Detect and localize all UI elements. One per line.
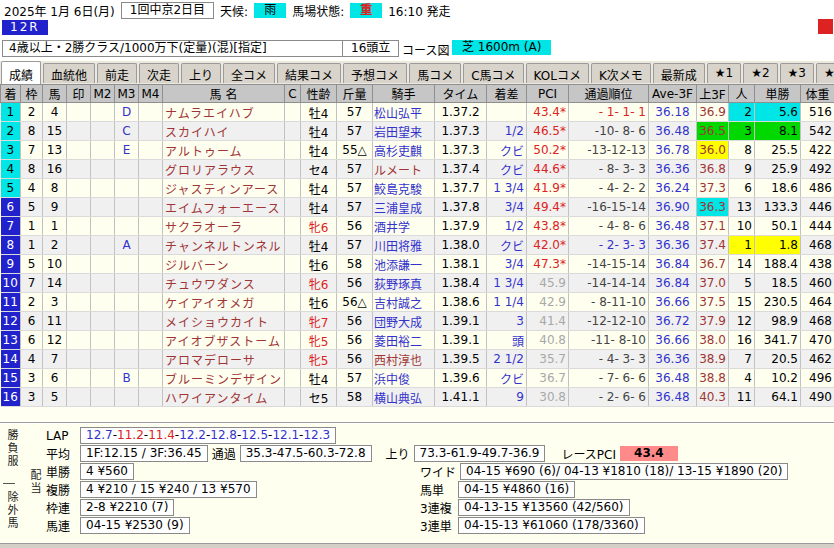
result-row-16[interactable]: 1635ハワイアンタイムセ558横山典弘1.41.1930.8- 2- 6- 6…	[1, 388, 834, 407]
cell-weight: 486	[801, 179, 834, 198]
col-header-12[interactable]: 騎手	[373, 85, 435, 103]
cell-m3	[115, 388, 139, 407]
cell-odds: 5.6	[755, 103, 801, 122]
cell-last3f: 36.5	[697, 122, 729, 141]
cell-ave3f: 36.36	[649, 236, 697, 255]
result-row-15[interactable]: 1536Bブルーミンデザイン牡457浜中俊1.39.6クビ36.7- 7- 6-…	[1, 369, 834, 388]
cell-fin: 10	[1, 274, 21, 293]
col-header-19[interactable]: 人	[729, 85, 755, 103]
tab-11[interactable]: KOLコメ	[526, 63, 589, 83]
result-row-12[interactable]: 12611メイショウカイト牝756団野大成1.39.1341.4-12-12-1…	[1, 312, 834, 331]
result-row-2[interactable]: 2815Cスカイハイ牡457岩田望来1.37.31/246.5*-10- 8- …	[1, 122, 834, 141]
result-row-14[interactable]: 1447アロマデローサ牝556西村淳也1.39.52 1/235.7- 4- 3…	[1, 350, 834, 369]
cell-fin: 15	[1, 369, 21, 388]
col-header-11[interactable]: 斤量	[337, 85, 373, 103]
cell-jockey: 吉村誠之	[373, 293, 435, 312]
tab-8[interactable]: 予想コメ	[343, 63, 407, 83]
payout-label: 枠連	[46, 499, 76, 516]
tab-16[interactable]: ★3	[780, 63, 814, 83]
col-header-15[interactable]: PCI	[527, 85, 569, 103]
cell-name: ジルバーン	[163, 255, 285, 274]
col-header-16[interactable]: 通過順位	[569, 85, 649, 103]
tab-10[interactable]: C馬コメ	[463, 63, 523, 83]
col-header-9[interactable]: C	[285, 85, 301, 103]
cell-waku: 6	[21, 312, 43, 331]
payout-value-box: 04-15-13 ¥61060 (178/3360)	[458, 517, 645, 534]
cell-m2	[91, 122, 115, 141]
cell-load: 57	[337, 160, 373, 179]
cell-m2	[91, 312, 115, 331]
tab-17[interactable]: ★4	[816, 63, 834, 83]
cell-weight: 438	[801, 255, 834, 274]
cell-time: 1.38.0	[435, 236, 487, 255]
col-header-14[interactable]: 着差	[487, 85, 527, 103]
cell-last3f: 37.1	[697, 217, 729, 236]
cell-time: 1.37.8	[435, 198, 487, 217]
col-header-13[interactable]: タイム	[435, 85, 487, 103]
col-header-2[interactable]: 枠	[21, 85, 43, 103]
col-header-17[interactable]: Ave-3F	[649, 85, 697, 103]
cell-last3f: 36.7	[697, 255, 729, 274]
tab-5[interactable]: 上り	[181, 63, 221, 83]
course-badge: 芝 1600m (A)	[452, 40, 551, 55]
tab-15[interactable]: ★2	[743, 63, 777, 83]
tab-6[interactable]: 全コメ	[223, 63, 275, 83]
cell-mark	[67, 274, 91, 293]
result-row-1[interactable]: 124Dナムラエイハブ牡457松山弘平1.37.243.4*- 1- 1- 13…	[1, 103, 834, 122]
tab-13[interactable]: 最新成	[653, 63, 705, 83]
cell-uma: 16	[43, 160, 67, 179]
col-header-18[interactable]: 上3F	[697, 85, 729, 103]
col-header-20[interactable]: 単勝	[755, 85, 801, 103]
tab-7[interactable]: 結果コメ	[277, 63, 341, 83]
col-header-6[interactable]: M3	[115, 85, 139, 103]
cell-ave3f: 36.84	[649, 255, 697, 274]
result-row-13[interactable]: 13612アイオブザストーム牝556菱田裕二1.39.1頭40.8-11- 8-…	[1, 331, 834, 350]
cell-uma: 5	[43, 388, 67, 407]
result-row-5[interactable]: 548ジャスティンアース牡457鮫島克駿1.37.71 3/441.9*- 4-…	[1, 179, 834, 198]
cell-name: アロマデローサ	[163, 350, 285, 369]
col-header-4[interactable]: 印	[67, 85, 91, 103]
cell-fin: 14	[1, 350, 21, 369]
payout-row-ワイド: ワイド04-15 ¥690 (6)/ 04-13 ¥1810 (18)/ 13-…	[420, 463, 788, 480]
cell-mark	[67, 312, 91, 331]
col-header-1[interactable]: 着	[1, 85, 21, 103]
payout-vertical-label[interactable]: 配当	[26, 469, 42, 495]
excluded-horse-vertical-tab[interactable]: 除外馬	[3, 491, 19, 530]
course-map-link[interactable]: コース図	[402, 41, 449, 58]
tab-3[interactable]: 前走	[97, 63, 137, 83]
cell-time: 1.37.2	[435, 103, 487, 122]
col-header-5[interactable]: M2	[91, 85, 115, 103]
result-row-9[interactable]: 9510ジルバーン牡658池添謙一1.38.13/447.3*-14-15-14…	[1, 255, 834, 274]
cell-m4	[139, 255, 163, 274]
col-header-8[interactable]: 馬 名	[163, 85, 285, 103]
tab-14[interactable]: ★1	[707, 63, 741, 83]
payout-row-枠連: 枠連2-8 ¥2210 (7)	[46, 499, 174, 516]
lap-segment-6: 12.5	[241, 428, 268, 442]
tab-12[interactable]: K次メモ	[591, 63, 651, 83]
result-row-10[interactable]: 10714チュウワダンス牝656荻野琢真1.38.41 3/445.9-14-1…	[1, 274, 834, 293]
result-row-11[interactable]: 1123ケイアイオメガ牡656△吉村誠之1.38.61 1/442.9- 8-1…	[1, 293, 834, 312]
result-row-7[interactable]: 711サクラオーラ牝656酒井学1.37.91/243.8*- 4- 8- 63…	[1, 217, 834, 236]
result-row-8[interactable]: 812Aチャンネルトンネル牡457川田将雅1.38.0クビ42.0*- 2- 3…	[1, 236, 834, 255]
result-row-3[interactable]: 3713Eアルトゥーム牡455△高杉吏麒1.37.3クビ50.2*-13-12-…	[1, 141, 834, 160]
col-header-7[interactable]: M4	[139, 85, 163, 103]
result-row-4[interactable]: 4816グロリアラウスセ457ルメート1.37.4クビ44.6*- 8- 3- …	[1, 160, 834, 179]
result-row-6[interactable]: 659エイムフォーエース牡457三浦皇成1.37.83/449.4*-16-15…	[1, 198, 834, 217]
red-flag-indicator[interactable]	[818, 19, 833, 34]
tab-2[interactable]: 血統他	[43, 63, 95, 83]
cell-ave3f: 36.48	[649, 217, 697, 236]
cell-ave3f: 36.72	[649, 312, 697, 331]
cell-load: 55△	[337, 141, 373, 160]
cell-uma: 9	[43, 198, 67, 217]
tab-4[interactable]: 次走	[139, 63, 179, 83]
col-header-10[interactable]: 性齢	[301, 85, 337, 103]
tab-1[interactable]: 成績	[1, 61, 41, 84]
tab-9[interactable]: 馬コメ	[409, 63, 461, 83]
col-header-21[interactable]: 体重	[801, 85, 834, 103]
cell-margin: 1 3/4	[487, 274, 527, 293]
payout-row-3連単: 3連単04-15-13 ¥61060 (178/3360)	[420, 517, 645, 534]
cell-odds: 10.2	[755, 369, 801, 388]
silks-vertical-tab[interactable]: 勝負服	[3, 429, 19, 468]
col-header-3[interactable]: 馬	[43, 85, 67, 103]
payout-value-box: 04-15 ¥690 (6)/ 04-13 ¥1810 (18)/ 13-15 …	[460, 463, 788, 480]
